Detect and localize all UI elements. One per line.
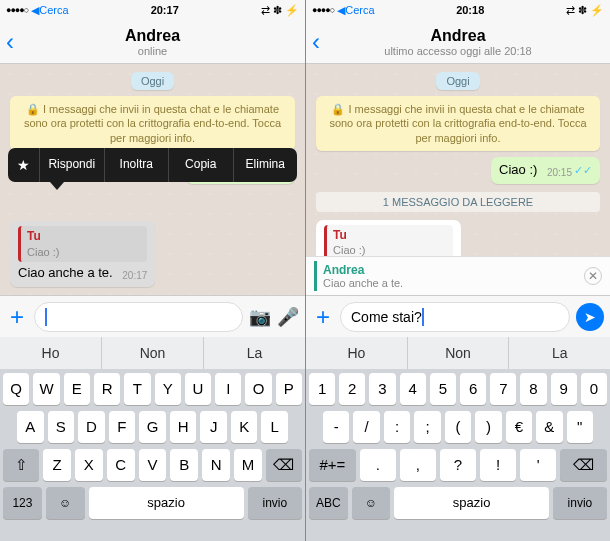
key[interactable]: € <box>506 411 532 443</box>
clock: 20:17 <box>151 4 179 16</box>
back-button[interactable]: ‹ <box>312 28 336 56</box>
key[interactable]: ) <box>475 411 501 443</box>
key[interactable]: C <box>107 449 135 481</box>
message-in[interactable]: Tu Ciao :) Ciao anche a te. 20:17 <box>316 220 461 256</box>
key[interactable]: X <box>75 449 103 481</box>
key[interactable]: invio <box>553 487 607 519</box>
menu-copy[interactable]: Copia <box>169 148 234 182</box>
suggestion[interactable]: La <box>509 337 610 369</box>
key[interactable]: M <box>234 449 262 481</box>
key[interactable]: spazio <box>89 487 244 519</box>
key[interactable]: E <box>64 373 90 405</box>
key[interactable]: & <box>536 411 562 443</box>
signal-dots: ●●●●○ <box>312 5 334 15</box>
key[interactable]: B <box>170 449 198 481</box>
suggestion[interactable]: Non <box>408 337 510 369</box>
suggestion[interactable]: Non <box>102 337 204 369</box>
key[interactable]: 8 <box>520 373 546 405</box>
message-out[interactable]: Ciao :) 20:15✓✓ <box>491 157 600 184</box>
key[interactable]: U <box>185 373 211 405</box>
back-button[interactable]: ‹ <box>6 28 30 56</box>
reply-close-button[interactable]: ✕ <box>584 267 602 285</box>
key[interactable]: ⌫ <box>266 449 302 481</box>
send-button[interactable]: ➤ <box>576 303 604 331</box>
key[interactable]: J <box>200 411 227 443</box>
key[interactable]: , <box>400 449 436 481</box>
key[interactable]: A <box>17 411 44 443</box>
key[interactable]: D <box>78 411 105 443</box>
key[interactable]: ( <box>445 411 471 443</box>
day-label: Oggi <box>436 72 479 90</box>
key[interactable]: ; <box>414 411 440 443</box>
key[interactable]: G <box>139 411 166 443</box>
key[interactable]: #+= <box>309 449 356 481</box>
key[interactable]: ☺ <box>352 487 391 519</box>
key[interactable]: F <box>109 411 136 443</box>
key[interactable]: invio <box>248 487 302 519</box>
key[interactable]: ! <box>480 449 516 481</box>
chat-area: Oggi 🔒 I messaggi che invii in questa ch… <box>306 64 610 256</box>
mic-icon[interactable]: 🎤 <box>277 306 299 328</box>
menu-star[interactable]: ★ <box>8 148 40 182</box>
key[interactable]: ⇧ <box>3 449 39 481</box>
chat-header: ‹ Andrea ultimo accesso oggi alle 20:18 <box>306 20 610 64</box>
suggestion[interactable]: La <box>204 337 305 369</box>
key[interactable]: spazio <box>394 487 549 519</box>
key[interactable]: I <box>215 373 241 405</box>
key[interactable]: 123 <box>3 487 42 519</box>
key-row-1: QWERTYUIOP <box>3 373 302 405</box>
key[interactable]: 5 <box>430 373 456 405</box>
key[interactable]: 0 <box>581 373 607 405</box>
back-to-search[interactable]: ◀Cerca <box>31 4 68 17</box>
key[interactable]: ' <box>520 449 556 481</box>
key[interactable]: ☺ <box>46 487 85 519</box>
key[interactable]: / <box>353 411 379 443</box>
key[interactable]: ⌫ <box>560 449 607 481</box>
back-to-search[interactable]: ◀Cerca <box>337 4 374 17</box>
key[interactable]: 2 <box>339 373 365 405</box>
contact-status: ultimo accesso oggi alle 20:18 <box>336 45 580 57</box>
key[interactable]: N <box>202 449 230 481</box>
key[interactable]: 9 <box>551 373 577 405</box>
key[interactable]: Q <box>3 373 29 405</box>
key[interactable]: : <box>384 411 410 443</box>
key[interactable]: H <box>170 411 197 443</box>
key[interactable]: T <box>124 373 150 405</box>
key[interactable]: 1 <box>309 373 335 405</box>
suggestion[interactable]: Ho <box>0 337 102 369</box>
encryption-notice[interactable]: 🔒 I messaggi che invii in questa chat e … <box>316 96 600 151</box>
read-ticks-icon: ✓✓ <box>574 164 592 176</box>
key[interactable]: Z <box>43 449 71 481</box>
header-title-block[interactable]: Andrea ultimo accesso oggi alle 20:18 <box>336 27 580 57</box>
encryption-notice[interactable]: 🔒 I messaggi che invii in questa chat e … <box>10 96 295 151</box>
message-input[interactable] <box>34 302 243 332</box>
key[interactable]: P <box>276 373 302 405</box>
key[interactable]: W <box>33 373 59 405</box>
key[interactable]: " <box>567 411 593 443</box>
key[interactable]: ? <box>440 449 476 481</box>
key[interactable]: 7 <box>490 373 516 405</box>
key[interactable]: O <box>245 373 271 405</box>
message-in-selected[interactable]: Tu Ciao :) Ciao anche a te. 20:17 <box>10 221 155 287</box>
key[interactable]: S <box>48 411 75 443</box>
menu-forward[interactable]: Inoltra <box>105 148 170 182</box>
key[interactable]: 6 <box>460 373 486 405</box>
message-input[interactable]: Come stai? <box>340 302 570 332</box>
camera-icon[interactable]: 📷 <box>249 306 271 328</box>
key[interactable]: R <box>94 373 120 405</box>
key[interactable]: K <box>231 411 258 443</box>
attach-button[interactable]: + <box>6 303 28 331</box>
key[interactable]: V <box>139 449 167 481</box>
header-title-block[interactable]: Andrea online <box>30 27 275 57</box>
key[interactable]: 3 <box>369 373 395 405</box>
menu-delete[interactable]: Elimina <box>234 148 298 182</box>
suggestion[interactable]: Ho <box>306 337 408 369</box>
key[interactable]: L <box>261 411 288 443</box>
key[interactable]: ABC <box>309 487 348 519</box>
key[interactable]: - <box>323 411 349 443</box>
key[interactable]: Y <box>155 373 181 405</box>
key[interactable]: 4 <box>400 373 426 405</box>
key[interactable]: . <box>360 449 396 481</box>
menu-reply[interactable]: Rispondi <box>40 148 105 182</box>
attach-button[interactable]: + <box>312 303 334 331</box>
